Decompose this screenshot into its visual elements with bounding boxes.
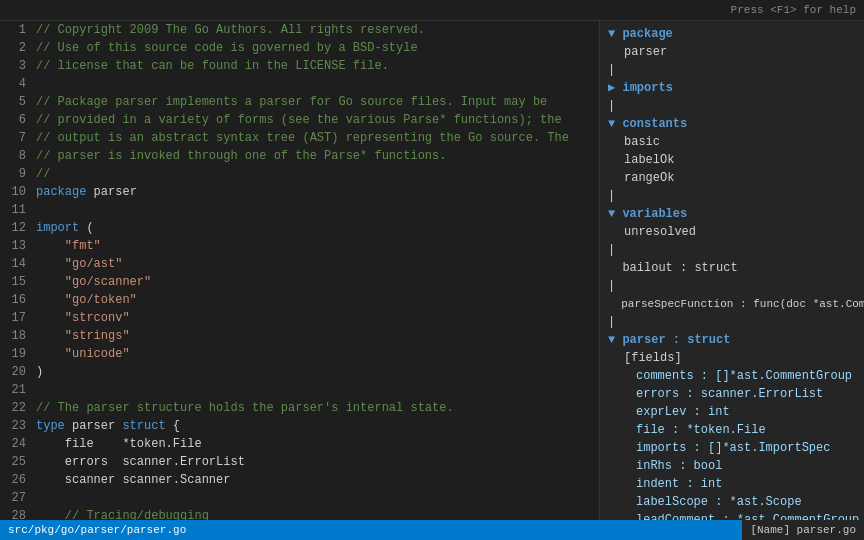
outline-content: ▼ package parser | ▶ imports | ▼ constan…	[600, 21, 864, 520]
outline-bailout[interactable]: bailout : struct	[600, 259, 864, 277]
outline-field-inrhs[interactable]: inRhs : bool	[600, 457, 864, 475]
outline-sep6: |	[600, 313, 864, 331]
line-number-6: 6	[0, 111, 26, 129]
status-bottom-right: [Name] parser.go	[742, 520, 864, 540]
outline-field-imports[interactable]: imports : []*ast.ImportSpec	[600, 439, 864, 457]
outline-sep3: |	[600, 187, 864, 205]
outline-package-name[interactable]: parser	[600, 43, 864, 61]
status-bottom-left: src/pkg/go/parser/parser.go	[0, 520, 742, 540]
line-number-21: 21	[0, 381, 26, 399]
status-bar-top: Press <F1> for help	[0, 0, 864, 21]
line-number-24: 24	[0, 435, 26, 453]
outline-sep2: |	[600, 97, 864, 115]
line-number-10: 10	[0, 183, 26, 201]
code-line-18: "strings"	[36, 327, 599, 345]
outline-parsespec[interactable]: parseSpecFunction : func(doc *ast.Comm	[600, 295, 864, 313]
code-line-28: // Tracing/debugging	[36, 507, 599, 520]
line-number-25: 25	[0, 453, 26, 471]
line-number-27: 27	[0, 489, 26, 507]
code-line-27	[36, 489, 599, 507]
outline-field-exprlev[interactable]: exprLev : int	[600, 403, 864, 421]
line-number-15: 15	[0, 273, 26, 291]
code-line-11	[36, 201, 599, 219]
outline-field-comments[interactable]: comments : []*ast.CommentGroup	[600, 367, 864, 385]
line-number-20: 20	[0, 363, 26, 381]
code-line-1: // Copyright 2009 The Go Authors. All ri…	[36, 21, 599, 39]
outline-sep4: |	[600, 241, 864, 259]
outline-sep1: |	[600, 61, 864, 79]
code-line-5: // Package parser implements a parser fo…	[36, 93, 599, 111]
code-line-10: package parser	[36, 183, 599, 201]
line-number-11: 11	[0, 201, 26, 219]
line-number-1: 1	[0, 21, 26, 39]
line-number-7: 7	[0, 129, 26, 147]
outline-field-file[interactable]: file : *token.File	[600, 421, 864, 439]
code-line-25: errors scanner.ErrorList	[36, 453, 599, 471]
outline-variables[interactable]: ▼ variables	[600, 205, 864, 223]
outline-parser-struct[interactable]: ▼ parser : struct	[600, 331, 864, 349]
line-number-23: 23	[0, 417, 26, 435]
outline-const-labelok[interactable]: labelOk	[600, 151, 864, 169]
line-numbers: 1234567891011121314151617181920212223242…	[0, 21, 32, 520]
outline-pane: ▼ package parser | ▶ imports | ▼ constan…	[600, 21, 864, 520]
outline-var-unresolved[interactable]: unresolved	[600, 223, 864, 241]
code-line-6: // provided in a variety of forms (see t…	[36, 111, 599, 129]
line-number-2: 2	[0, 39, 26, 57]
code-content: 1234567891011121314151617181920212223242…	[0, 21, 599, 520]
code-line-21	[36, 381, 599, 399]
code-line-26: scanner scanner.Scanner	[36, 471, 599, 489]
code-line-2: // Use of this source code is governed b…	[36, 39, 599, 57]
line-number-19: 19	[0, 345, 26, 363]
line-number-13: 13	[0, 237, 26, 255]
code-line-7: // output is an abstract syntax tree (AS…	[36, 129, 599, 147]
code-line-8: // parser is invoked through one of the …	[36, 147, 599, 165]
code-line-3: // license that can be found in the LICE…	[36, 57, 599, 75]
code-line-15: "go/scanner"	[36, 273, 599, 291]
outline-constants[interactable]: ▼ constants	[600, 115, 864, 133]
code-line-24: file *token.File	[36, 435, 599, 453]
line-number-4: 4	[0, 75, 26, 93]
code-line-17: "strconv"	[36, 309, 599, 327]
line-number-16: 16	[0, 291, 26, 309]
line-number-26: 26	[0, 471, 26, 489]
code-line-20: )	[36, 363, 599, 381]
outline-const-rangeok[interactable]: rangeOk	[600, 169, 864, 187]
outline-const-basic[interactable]: basic	[600, 133, 864, 151]
line-number-3: 3	[0, 57, 26, 75]
outline-fields-label[interactable]: [fields]	[600, 349, 864, 367]
outline-field-errors[interactable]: errors : scanner.ErrorList	[600, 385, 864, 403]
code-line-16: "go/token"	[36, 291, 599, 309]
code-line-14: "go/ast"	[36, 255, 599, 273]
line-number-5: 5	[0, 93, 26, 111]
outline-field-indent[interactable]: indent : int	[600, 475, 864, 493]
outline-field-leadcomment[interactable]: leadComment : *ast.CommentGroup	[600, 511, 864, 520]
main-area: 1234567891011121314151617181920212223242…	[0, 21, 864, 520]
outline-imports[interactable]: ▶ imports	[600, 79, 864, 97]
line-number-28: 28	[0, 507, 26, 520]
outline-package[interactable]: ▼ package	[600, 25, 864, 43]
code-line-13: "fmt"	[36, 237, 599, 255]
help-text: Press <F1> for help	[731, 1, 856, 19]
outline-sep5: |	[600, 277, 864, 295]
outline-field-labelscope[interactable]: labelScope : *ast.Scope	[600, 493, 864, 511]
code-lines[interactable]: // Copyright 2009 The Go Authors. All ri…	[32, 21, 599, 520]
status-bar-bottom: src/pkg/go/parser/parser.go [Name] parse…	[0, 520, 864, 540]
line-number-17: 17	[0, 309, 26, 327]
line-number-9: 9	[0, 165, 26, 183]
line-number-22: 22	[0, 399, 26, 417]
code-line-4	[36, 75, 599, 93]
code-line-12: import (	[36, 219, 599, 237]
line-number-18: 18	[0, 327, 26, 345]
code-line-22: // The parser structure holds the parser…	[36, 399, 599, 417]
code-line-23: type parser struct {	[36, 417, 599, 435]
line-number-8: 8	[0, 147, 26, 165]
line-number-12: 12	[0, 219, 26, 237]
code-line-19: "unicode"	[36, 345, 599, 363]
line-number-14: 14	[0, 255, 26, 273]
code-pane: 1234567891011121314151617181920212223242…	[0, 21, 600, 520]
code-line-9: //	[36, 165, 599, 183]
